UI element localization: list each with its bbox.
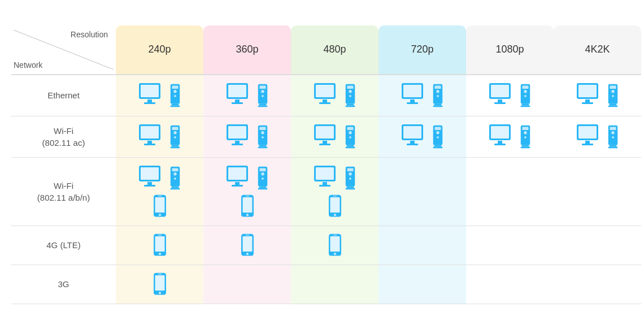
svg-rect-92	[403, 126, 421, 138]
svg-point-156	[349, 178, 351, 180]
col-header-480p: 480p	[291, 25, 378, 75]
svg-point-177	[158, 292, 160, 294]
svg-point-17	[261, 89, 264, 93]
svg-rect-14	[232, 102, 243, 104]
svg-rect-66	[172, 127, 178, 130]
svg-rect-52	[578, 85, 597, 97]
cell-wifi-abn-240p	[116, 157, 203, 226]
svg-rect-84	[319, 144, 330, 145]
cell-wifi-ac-720p	[378, 116, 466, 157]
svg-point-8	[174, 95, 176, 97]
svg-rect-140	[259, 168, 266, 171]
svg-rect-32	[403, 85, 421, 97]
cell-ethernet-4k2k	[554, 75, 641, 116]
svg-rect-137	[235, 182, 240, 185]
svg-rect-109	[521, 145, 529, 146]
svg-rect-158	[345, 188, 355, 189]
svg-rect-144	[258, 188, 267, 189]
cell-4g-lte-480p	[291, 226, 378, 265]
svg-point-48	[524, 95, 526, 97]
svg-rect-106	[522, 127, 528, 130]
row-wifi-ac: Wi-Fi(802.11 ac)	[11, 116, 641, 157]
svg-point-133	[158, 214, 160, 216]
cell-3g-240p	[116, 265, 203, 304]
svg-rect-174	[333, 234, 337, 235]
svg-point-128	[174, 178, 176, 180]
cell-wifi-ac-360p	[203, 116, 291, 157]
svg-rect-36	[434, 85, 441, 89]
svg-rect-62	[141, 126, 159, 138]
svg-rect-86	[347, 127, 353, 130]
svg-rect-33	[410, 99, 415, 102]
svg-rect-22	[316, 85, 334, 97]
col-header-720p: 720p	[378, 25, 466, 75]
svg-rect-79	[259, 145, 266, 146]
cell-ethernet-480p	[291, 75, 378, 116]
svg-rect-112	[578, 126, 597, 138]
svg-point-7	[173, 89, 177, 93]
svg-rect-113	[585, 141, 590, 144]
main-table: Resolution Network 240p 360p 480p	[11, 25, 633, 304]
svg-point-47	[524, 89, 527, 93]
svg-point-18	[262, 95, 264, 97]
svg-rect-6	[172, 85, 178, 89]
cell-3g-360p	[203, 265, 291, 304]
col-header-1080p: 1080p	[466, 25, 554, 75]
svg-rect-168	[242, 236, 252, 251]
svg-rect-104	[494, 144, 506, 145]
svg-rect-162	[333, 195, 337, 196]
svg-point-38	[437, 95, 439, 97]
cell-wifi-abn-1080p	[466, 157, 554, 226]
svg-rect-93	[410, 141, 415, 144]
svg-point-68	[174, 136, 176, 138]
cell-4g-lte-360p	[203, 226, 291, 265]
svg-rect-2	[141, 85, 159, 97]
svg-rect-13	[235, 99, 240, 102]
svg-rect-16	[259, 85, 266, 89]
svg-rect-26	[347, 85, 353, 89]
svg-rect-19	[259, 103, 266, 105]
svg-point-142	[262, 178, 264, 180]
svg-rect-34	[407, 102, 418, 104]
svg-point-118	[612, 136, 614, 138]
svg-point-67	[173, 131, 177, 134]
svg-point-117	[611, 131, 615, 134]
svg-rect-3	[147, 99, 152, 102]
svg-point-58	[612, 95, 614, 97]
svg-rect-50	[520, 105, 530, 107]
svg-rect-103	[498, 141, 502, 144]
svg-rect-170	[245, 234, 249, 235]
col-header-360p: 360p	[203, 25, 291, 75]
svg-rect-134	[158, 195, 162, 196]
cell-ethernet-360p	[203, 75, 291, 116]
svg-rect-154	[347, 168, 353, 171]
svg-rect-90	[345, 146, 355, 148]
svg-rect-40	[433, 105, 442, 107]
svg-rect-39	[434, 103, 441, 105]
svg-rect-12	[228, 85, 246, 97]
svg-rect-150	[316, 167, 334, 180]
svg-rect-122	[141, 167, 159, 180]
network-label-wifi-abn: Wi-Fi(802.11 a/b/n)	[11, 157, 116, 226]
cell-wifi-abn-360p	[203, 157, 291, 226]
row-ethernet: Ethernet	[11, 75, 641, 116]
svg-rect-130	[170, 188, 180, 189]
row-3g: 3G	[11, 265, 641, 304]
cell-3g-720p	[378, 265, 466, 304]
svg-rect-124	[144, 185, 155, 187]
row-wifi-abn: Wi-Fi(802.11 a/b/n)	[11, 157, 641, 226]
svg-rect-164	[155, 236, 164, 251]
svg-rect-43	[498, 99, 502, 102]
svg-rect-10	[170, 105, 180, 107]
svg-rect-53	[585, 99, 590, 102]
svg-rect-69	[171, 145, 179, 146]
svg-rect-102	[491, 126, 509, 138]
svg-rect-74	[232, 144, 243, 145]
svg-rect-24	[319, 102, 330, 104]
cell-4g-lte-240p	[116, 226, 203, 265]
svg-point-37	[436, 89, 440, 93]
cell-3g-1080p	[466, 265, 554, 304]
svg-rect-64	[144, 144, 155, 145]
svg-rect-4	[144, 102, 155, 104]
cell-3g-4k2k	[554, 265, 641, 304]
